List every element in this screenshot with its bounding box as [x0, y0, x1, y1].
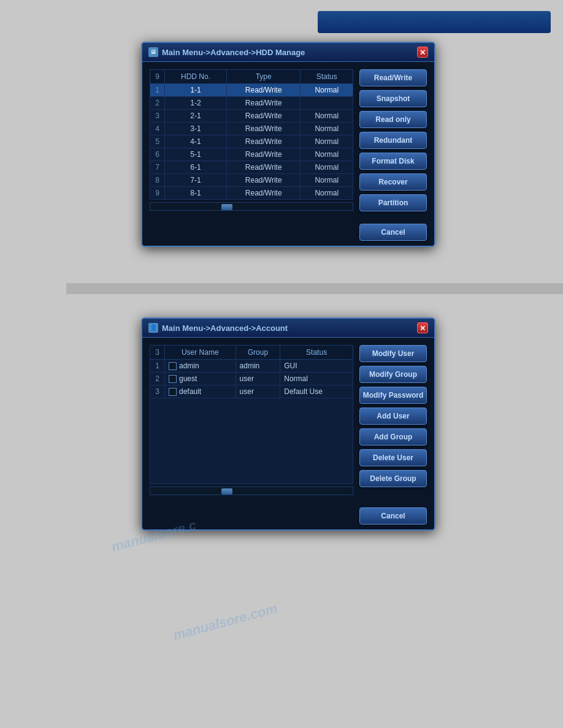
user-checkbox[interactable]: [169, 375, 177, 383]
read-only-button[interactable]: Read only: [359, 111, 427, 128]
account-cancel-button[interactable]: Cancel: [359, 507, 427, 525]
hdd-status-header: Status: [301, 70, 353, 84]
hdd-row-status: Normal: [301, 84, 353, 97]
hdd-row-status: Normal: [301, 123, 353, 135]
hdd-row-no: 5-1: [165, 148, 227, 161]
hdd-dialog-titlebar: 🖥 Main Menu->Advanced->HDD Manage ✕: [142, 43, 434, 62]
modify-password-button[interactable]: Modify Password: [359, 387, 427, 404]
format-disk-button[interactable]: Format Disk: [359, 153, 427, 170]
account-close-button[interactable]: ✕: [417, 322, 428, 333]
add-user-button[interactable]: Add User: [359, 408, 427, 425]
hdd-count-header: 9: [150, 70, 165, 84]
hdd-row-type: Read/Write: [226, 174, 301, 187]
hdd-row-type: Read/Write: [226, 84, 301, 97]
recover-button[interactable]: Recover: [359, 173, 427, 191]
user-count-header: 3: [150, 346, 165, 360]
user-name-label: default: [179, 387, 201, 396]
read-write-button[interactable]: Read/Write: [359, 69, 427, 86]
hdd-type-header: Type: [226, 70, 301, 84]
hdd-no-header: HDD No.: [165, 70, 227, 84]
user-table-row[interactable]: 1 admin admin GUI: [150, 360, 353, 373]
account-button-section: Modify User Modify Group Modify Password…: [359, 345, 427, 495]
user-table: 3 User Name Group Status 1 admin admin G…: [150, 345, 353, 398]
watermark-2: manualsore.com: [172, 601, 280, 643]
user-row-group: user: [236, 373, 280, 385]
user-table-row[interactable]: 2 guest user Normal: [150, 373, 353, 385]
hdd-cancel-button[interactable]: Cancel: [359, 224, 427, 241]
account-cancel-row: Cancel: [142, 502, 434, 529]
user-row-num: 1: [150, 360, 165, 373]
hdd-table-row[interactable]: 1 1-1 Read/Write Normal: [150, 84, 353, 97]
user-row-status: Normal: [280, 373, 353, 385]
hdd-row-type: Read/Write: [226, 97, 301, 110]
hdd-scrollbar-thumb[interactable]: [221, 204, 232, 210]
hdd-row-status: Normal: [301, 148, 353, 161]
user-checkbox[interactable]: [169, 362, 177, 370]
modify-user-button[interactable]: Modify User: [359, 345, 427, 362]
hdd-row-type: Read/Write: [226, 161, 301, 174]
hdd-row-status: Normal: [301, 135, 353, 148]
username-header: User Name: [165, 346, 236, 360]
hdd-row-status: Normal: [301, 187, 353, 200]
hdd-table-row[interactable]: 2 1-2 Read/Write: [150, 97, 353, 110]
user-name-label: guest: [179, 374, 197, 383]
user-row-group: user: [236, 385, 280, 398]
delete-group-button[interactable]: Delete Group: [359, 470, 427, 487]
account-dialog-title: Main Menu->Advanced->Account: [162, 324, 417, 333]
group-header: Group: [236, 346, 280, 360]
user-name-label: admin: [179, 362, 199, 370]
redundant-button[interactable]: Redundant: [359, 132, 427, 149]
hdd-table-row[interactable]: 9 8-1 Read/Write Normal: [150, 187, 353, 200]
add-group-button[interactable]: Add Group: [359, 428, 427, 446]
hdd-table-row[interactable]: 3 2-1 Read/Write Normal: [150, 110, 353, 123]
hdd-button-section: Read/Write Snapshot Read only Redundant …: [359, 69, 427, 211]
hdd-row-no: 4-1: [165, 135, 227, 148]
hdd-row-no: 3-1: [165, 123, 227, 135]
hdd-row-no: 7-1: [165, 174, 227, 187]
hdd-row-status: [301, 97, 353, 110]
hdd-scrollbar[interactable]: [150, 202, 353, 211]
hdd-table-row[interactable]: 6 5-1 Read/Write Normal: [150, 148, 353, 161]
modify-group-button[interactable]: Modify Group: [359, 366, 427, 383]
account-scrollbar-thumb[interactable]: [221, 488, 232, 495]
hdd-dialog-body: 9 HDD No. Type Status 1 1-1 Read/Write N…: [142, 62, 434, 219]
hdd-row-num: 7: [150, 161, 165, 174]
hdd-row-status: Normal: [301, 174, 353, 187]
account-scrollbar[interactable]: [150, 487, 353, 495]
hdd-row-no: 6-1: [165, 161, 227, 174]
hdd-close-button[interactable]: ✕: [417, 47, 428, 58]
hdd-row-no: 8-1: [165, 187, 227, 200]
hdd-row-no: 1-2: [165, 97, 227, 110]
hdd-row-type: Read/Write: [226, 187, 301, 200]
hdd-table-row[interactable]: 5 4-1 Read/Write Normal: [150, 135, 353, 148]
divider-bar: [66, 283, 563, 294]
hdd-table-row[interactable]: 8 7-1 Read/Write Normal: [150, 174, 353, 187]
hdd-row-no: 1-1: [165, 84, 227, 97]
user-row-num: 2: [150, 373, 165, 385]
hdd-table-row[interactable]: 4 3-1 Read/Write Normal: [150, 123, 353, 135]
hdd-row-no: 2-1: [165, 110, 227, 123]
account-empty-area: [150, 398, 353, 484]
user-table-row[interactable]: 3 default user Default Use: [150, 385, 353, 398]
snapshot-button[interactable]: Snapshot: [359, 90, 427, 107]
hdd-row-num: 3: [150, 110, 165, 123]
account-icon: 👤: [148, 323, 158, 333]
user-row-group: admin: [236, 360, 280, 373]
top-bar: [318, 11, 551, 33]
user-row-num: 3: [150, 385, 165, 398]
user-row-name: guest: [165, 373, 236, 385]
hdd-row-num: 4: [150, 123, 165, 135]
hdd-manage-dialog: 🖥 Main Menu->Advanced->HDD Manage ✕ 9 HD…: [141, 42, 435, 247]
account-dialog: 👤 Main Menu->Advanced->Account ✕ 3 User …: [141, 317, 435, 531]
status-header: Status: [280, 346, 353, 360]
user-checkbox[interactable]: [169, 388, 177, 396]
delete-user-button[interactable]: Delete User: [359, 449, 427, 466]
hdd-row-num: 2: [150, 97, 165, 110]
account-dialog-body: 3 User Name Group Status 1 admin admin G…: [142, 338, 434, 502]
hdd-cancel-row: Cancel: [142, 219, 434, 246]
hdd-table-row[interactable]: 7 6-1 Read/Write Normal: [150, 161, 353, 174]
user-row-status: Default Use: [280, 385, 353, 398]
user-row-name: admin: [165, 360, 236, 373]
hdd-row-num: 6: [150, 148, 165, 161]
partition-button[interactable]: Partition: [359, 194, 427, 211]
